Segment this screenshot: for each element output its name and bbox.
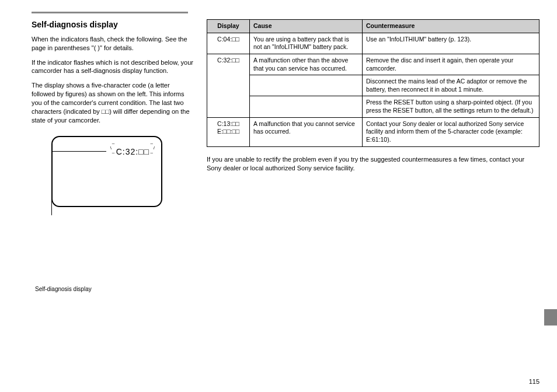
lcd-display-box: \ – – / – – C:32:□□ [51,136,162,207]
paragraph-3: The display shows a five-character code … [32,81,195,124]
table-header-row: Display Cause Countermeasure [207,20,539,33]
th-counter: Countermeasure [363,20,539,33]
table-row: C:04:□□ You are using a battery pack tha… [207,33,539,54]
cell-counter: Press the RESET button using a sharp-poi… [363,96,539,117]
section-rule [32,12,188,13]
cell-display: C:32:□□ [207,54,250,117]
cell-cause: You are using a battery pack that is not… [250,33,363,54]
p3-code: □□ [102,108,109,115]
cell-display: C:13:□□ E:□□:□□ [207,117,250,146]
cell-counter: Use an "InfoLITHIUM" battery (p. 123). [363,33,539,54]
table-row: Disconnect the mains lead of the AC adap… [207,75,539,96]
cell-cause [250,96,363,117]
display-label: Self-diagnosis display [35,285,152,293]
section-title: Self-diagnosis display [32,19,195,30]
cell-display: C:04:□□ [207,33,250,54]
right-column: Display Cause Countermeasure C:04:□□ You… [207,19,539,215]
code-text: C:32:□□ [116,147,149,156]
lcd-display-wrap: \ – – / – – C:32:□□ Self-diagnosis displ… [51,136,162,215]
th-display: Display [207,20,250,33]
side-tab [544,309,557,326]
leader-line-v [51,151,52,215]
page-number: 115 [529,378,539,385]
footer-note: If you are unable to rectify the problem… [207,155,539,173]
paragraph-1: When the indicators flash, check the fol… [32,35,195,52]
table-row: C:13:□□ E:□□:□□ A malfunction that you c… [207,117,539,146]
cell-counter: Contact your Sony dealer or local author… [363,117,539,146]
table-row: C:32:□□ A malfunction other than the abo… [207,54,539,75]
cell-counter: Remove the disc and insert it again, the… [363,54,539,75]
diagnosis-table: Display Cause Countermeasure C:04:□□ You… [207,19,539,147]
leader-line-h [51,151,106,152]
self-diagnosis-code: \ – – / – – C:32:□□ [116,145,149,158]
table-row: Press the RESET button using a sharp-poi… [207,96,539,117]
cell-cause: A malfunction other than the above that … [250,54,363,75]
th-cause: Cause [250,20,363,33]
paragraph-2: If the indicator flashes which is not de… [32,58,195,76]
cell-cause: A malfunction that you cannot service ha… [250,117,363,146]
cell-counter: Disconnect the mains lead of the AC adap… [363,75,539,96]
left-column: Self-diagnosis display When the indicato… [32,19,195,215]
cell-cause [250,75,363,96]
